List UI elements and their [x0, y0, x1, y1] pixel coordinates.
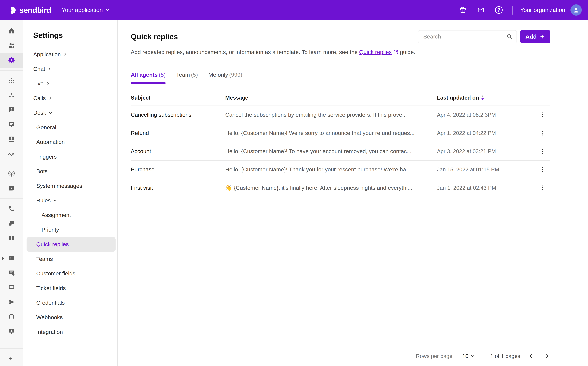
row-menu-button[interactable] [538, 110, 548, 120]
rail-views-button[interactable] [0, 266, 23, 280]
row-menu-button[interactable] [538, 128, 548, 138]
kebab-icon [539, 130, 546, 137]
table-row[interactable]: Purchase Hello, {Customer Name}! Thank y… [131, 161, 550, 179]
prev-page-button[interactable] [528, 353, 534, 359]
settings-gear-icon [8, 56, 15, 64]
rows-per-page-select[interactable]: 10 [461, 353, 475, 359]
rail-channels-button[interactable] [0, 88, 23, 103]
rail-divider [0, 164, 23, 164]
tab-me-only[interactable]: Me only(999) [208, 71, 242, 84]
current-section-marker [2, 257, 4, 260]
row-menu-button[interactable] [538, 146, 548, 156]
row-updated: Apr 1. 2022 at 04:22 PM [437, 130, 535, 136]
tab-all-agents[interactable]: All agents(5) [131, 71, 166, 84]
sidebar-item-triggers[interactable]: Triggers [23, 149, 117, 164]
page-info: 1 of 1 pages [490, 353, 520, 359]
next-page-button[interactable] [543, 353, 550, 359]
sidebar-item-priority[interactable]: Priority [23, 222, 117, 237]
collapse-icon [8, 355, 15, 362]
rail-data-export-button[interactable] [0, 132, 23, 146]
headset-icon [8, 313, 15, 320]
sidebar-item-general[interactable]: General [23, 120, 117, 135]
rail-messages-button[interactable] [0, 117, 23, 132]
rail-apps-button[interactable] [0, 231, 23, 245]
row-menu-button[interactable] [538, 165, 548, 175]
rail-collapse-button[interactable] [0, 351, 23, 366]
sidebar-item-bots[interactable]: Bots [23, 164, 117, 179]
broadcast-icon [8, 170, 15, 178]
rail-users-button[interactable] [0, 38, 23, 53]
rail-calls-button[interactable] [0, 201, 23, 216]
tab-team[interactable]: Team(5) [176, 71, 198, 84]
row-subject: Account [131, 148, 225, 154]
row-message: Hello, {Customer Name}! To have your acc… [225, 148, 437, 154]
rail-monitor-button[interactable] [0, 280, 23, 295]
search-icon[interactable] [506, 33, 513, 40]
rail-settings-button[interactable] [0, 53, 23, 68]
rail-rooms-button[interactable] [0, 216, 23, 231]
sidebar-item-calls[interactable]: Calls [23, 91, 117, 106]
mail-button[interactable] [477, 6, 485, 14]
sidebar-item-application[interactable]: Application [23, 47, 117, 62]
sidebar-item-desk[interactable]: Desk [23, 106, 117, 120]
main-content: Quick replies Add Add repeated replies, … [118, 20, 588, 366]
app-shell: Settings Application Chat Live Calls Des… [0, 20, 588, 366]
add-button[interactable]: Add [520, 30, 550, 43]
chevron-down-icon [105, 8, 109, 12]
rail-home-button[interactable] [0, 23, 23, 38]
sidebar-item-webhooks[interactable]: Webhooks [23, 310, 117, 325]
sidebar-item-automation[interactable]: Automation [23, 135, 117, 149]
help-button[interactable]: ? [495, 6, 503, 14]
rail-support-button[interactable] [0, 309, 23, 324]
table-row[interactable]: Refund Hello, {Customer Name}! We’re sor… [131, 124, 550, 142]
avatar[interactable] [570, 4, 582, 16]
sort-icon[interactable] [481, 95, 484, 100]
rail-tickets-button[interactable] [0, 251, 23, 266]
row-subject: First visit [131, 185, 225, 191]
sidebar-item-customer-fields[interactable]: Customer fields [23, 266, 117, 281]
chevron-left-icon [528, 353, 534, 359]
gift-icon [459, 6, 467, 14]
sidebar-item-rules[interactable]: Rules [23, 193, 117, 208]
rail-moderation-button[interactable] [0, 103, 23, 117]
rail-overview-button[interactable] [0, 73, 23, 88]
rail-proactive-button[interactable] [0, 295, 23, 309]
rail-agent-chat-button[interactable] [0, 324, 23, 339]
search-box [418, 30, 517, 43]
sidebar-item-system-messages[interactable]: System messages [23, 179, 117, 193]
sidebar-item-quick-replies[interactable]: Quick replies [27, 237, 116, 252]
sidebar-item-assignment[interactable]: Assignment [23, 208, 117, 222]
apps-grid-icon [8, 234, 15, 242]
rail-insights-button[interactable] [0, 146, 23, 161]
quick-replies-guide-link[interactable]: Quick replies [359, 49, 392, 55]
sidebar-item-live[interactable]: Live [23, 76, 117, 91]
rail-live-button[interactable] [0, 167, 23, 181]
sidebar-item-teams[interactable]: Teams [23, 252, 117, 266]
settings-title: Settings [33, 30, 117, 40]
chevron-down-icon [53, 199, 57, 203]
rail-media-button[interactable] [0, 181, 23, 196]
search-input[interactable] [423, 33, 506, 40]
gift-button[interactable] [459, 6, 467, 14]
mail-icon [477, 6, 485, 14]
sidebar-item-chat[interactable]: Chat [23, 62, 117, 76]
plus-icon [540, 34, 545, 39]
organization-menu[interactable]: Your organization [520, 7, 565, 13]
table-row[interactable]: Account Hello, {Customer Name}! To have … [131, 142, 550, 161]
application-selector[interactable]: Your application [62, 7, 109, 13]
rows-per-page-label: Rows per page [416, 353, 452, 359]
chat-lines-icon [8, 121, 15, 128]
table-row[interactable]: First visit 👋 {Customer Name}, it’s fina… [131, 179, 550, 197]
overview-dots-icon [8, 77, 15, 84]
row-menu-button[interactable] [538, 183, 548, 193]
sendbird-logo[interactable]: sendbird [8, 6, 51, 15]
kebab-icon [539, 148, 546, 155]
kebab-icon [539, 184, 546, 191]
icon-rail [0, 20, 23, 366]
rail-divider [0, 70, 23, 71]
sidebar-item-integration[interactable]: Integration [23, 325, 117, 339]
sidebar-item-credentials[interactable]: Credentials [23, 296, 117, 310]
sidebar-item-ticket-fields[interactable]: Ticket fields [23, 281, 117, 295]
kebab-icon [539, 166, 546, 173]
table-row[interactable]: Cancelling subscriptions Cancel the subs… [131, 106, 550, 124]
